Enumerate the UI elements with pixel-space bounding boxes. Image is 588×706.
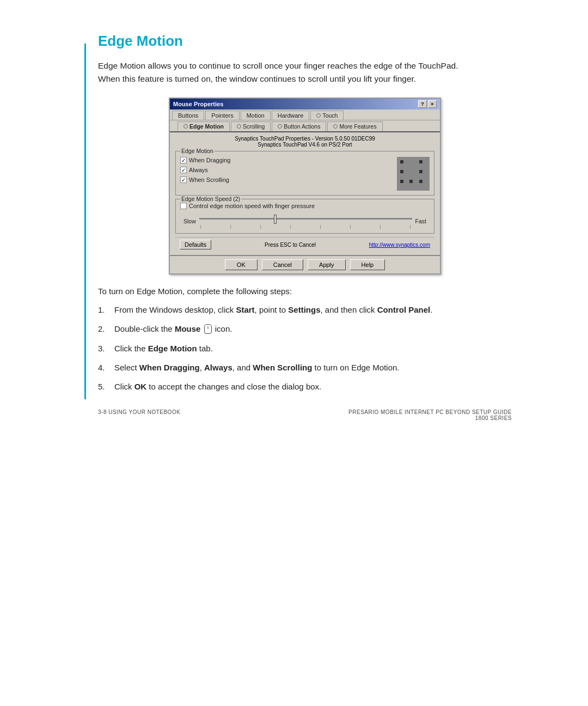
- tab-buttons[interactable]: Buttons: [172, 111, 204, 120]
- when-scrolling-label: When Scrolling: [189, 176, 229, 183]
- touchpad-dot-5: [400, 180, 403, 183]
- always-checkbox[interactable]: [180, 167, 187, 173]
- mouse-properties-dialog: Mouse Properties ? × Buttons Pointers Mo…: [169, 98, 441, 275]
- checkboxes-column: When Dragging Always When Scrolling: [180, 157, 391, 191]
- step-5-num: 5.: [98, 380, 110, 393]
- touchpad-visual: [397, 157, 430, 191]
- tab-motion[interactable]: Motion: [241, 111, 271, 120]
- touch-radio-dot: [316, 113, 321, 118]
- step-4: 4. Select When Dragging, Always, and Whe…: [98, 361, 512, 374]
- page-title: Edge Motion: [98, 33, 512, 50]
- step-4-content: Select When Dragging, Always, and When S…: [114, 361, 512, 374]
- edge-motion-content: When Dragging Always When Scrolling: [180, 157, 430, 191]
- touchpad-dot-4: [419, 170, 422, 173]
- step-5-content: Click OK to accept the changes and close…: [114, 380, 512, 393]
- when-dragging-label: When Dragging: [189, 157, 230, 163]
- when-scrolling-row: When Scrolling: [180, 176, 391, 183]
- dialog-ok-row: OK Cancel Apply Help: [170, 255, 440, 273]
- version-line2: Synaptics TouchPad V4.6 on PS/2 Port: [175, 142, 434, 148]
- synaptics-link[interactable]: http://www.synaptics.com: [369, 242, 430, 248]
- slider-row: Slow | | | | | | | |: [180, 214, 430, 229]
- touchpad-dot-7: [419, 180, 422, 183]
- edge-motion-group: Edge Motion When Dragging Always: [175, 151, 434, 196]
- version-line1: Synaptics TouchPad Properties - Version …: [175, 136, 434, 142]
- dialog-bottom-bar: Defaults Press ESC to Cancel http://www.…: [175, 237, 434, 252]
- touchpad-dot-6: [409, 180, 413, 183]
- touchpad-dot-3: [400, 170, 403, 173]
- scrolling-radio-dot: [237, 124, 241, 129]
- tabs-row1: Buttons Pointers Motion Hardware Touch: [170, 109, 440, 120]
- footer-guide-title: Presario Mobile Internet PC Beyond Setup…: [348, 409, 512, 415]
- step-5: 5. Click OK to accept the changes and cl…: [98, 380, 512, 393]
- close-titlebar-button[interactable]: ×: [428, 100, 437, 108]
- titlebar-buttons: ? ×: [418, 100, 437, 108]
- version-info: Synaptics TouchPad Properties - Version …: [175, 136, 434, 148]
- tabs-row2: Edge Motion Scrolling Button Actions: [170, 120, 440, 132]
- dialog-title: Mouse Properties: [173, 101, 223, 107]
- speed-checkbox-label: Control edge motion speed with finger pr…: [189, 203, 315, 209]
- speed-checkbox[interactable]: [180, 203, 187, 209]
- dialog-wrapper: Mouse Properties ? × Buttons Pointers Mo…: [98, 98, 512, 275]
- tab-pointers[interactable]: Pointers: [205, 111, 239, 120]
- slider-container: | | | | | | | |: [199, 214, 412, 229]
- tab-edge-motion[interactable]: Edge Motion: [177, 121, 230, 131]
- step-3-content: Click the Edge Motion tab.: [114, 342, 512, 355]
- tab-more-features[interactable]: More Features: [327, 121, 382, 131]
- tab-button-actions[interactable]: Button Actions: [272, 121, 326, 131]
- steps-intro: To turn on Edge Motion, complete the fol…: [98, 287, 512, 296]
- step-3: 3. Click the Edge Motion tab.: [98, 342, 512, 355]
- mouse-icon: [204, 324, 212, 334]
- footer-left: 3-8 Using Your Notebook: [98, 409, 180, 421]
- step-1-num: 1.: [98, 303, 110, 316]
- help-button[interactable]: Help: [350, 259, 385, 270]
- dialog-titlebar: Mouse Properties ? ×: [170, 99, 440, 109]
- cancel-button[interactable]: Cancel: [262, 259, 303, 270]
- dialog-body: Synaptics TouchPad Properties - Version …: [170, 132, 440, 255]
- help-titlebar-button[interactable]: ?: [418, 100, 427, 108]
- edge-motion-radio-dot: [183, 124, 188, 129]
- intro-paragraph: Edge Motion allows you to continue to sc…: [98, 59, 479, 86]
- more-features-radio-dot: [333, 124, 338, 129]
- when-dragging-row: When Dragging: [180, 157, 391, 163]
- page-footer: 3-8 Using Your Notebook Presario Mobile …: [0, 409, 588, 421]
- speed-slider[interactable]: [199, 218, 412, 220]
- ok-button[interactable]: OK: [225, 259, 258, 270]
- steps-list: 1. From the Windows desktop, click Start…: [98, 303, 512, 393]
- footer-series: 1800 Series: [348, 415, 512, 421]
- step-1: 1. From the Windows desktop, click Start…: [98, 303, 512, 316]
- speed-checkbox-row: Control edge motion speed with finger pr…: [180, 203, 430, 209]
- edge-motion-group-title: Edge Motion: [180, 148, 215, 154]
- step-3-num: 3.: [98, 342, 110, 355]
- when-dragging-checkbox[interactable]: [180, 157, 187, 163]
- page-container: Edge Motion Edge Motion allows you to co…: [0, 0, 588, 443]
- touchpad-dot-2: [419, 160, 422, 163]
- step-2-content: Double-click the Mouse icon.: [114, 322, 512, 335]
- speed-group-title: Edge Motion Speed (2): [180, 196, 241, 202]
- defaults-button[interactable]: Defaults: [180, 240, 211, 249]
- step-2: 2. Double-click the Mouse icon.: [98, 322, 512, 335]
- slider-ticks: | | | | | | | |: [199, 224, 412, 229]
- button-actions-radio-dot: [278, 124, 282, 129]
- always-label: Always: [189, 167, 208, 173]
- footer-page-ref: 3-8 Using Your Notebook: [98, 409, 180, 415]
- slider-slow-label: Slow: [183, 218, 196, 224]
- when-scrolling-checkbox[interactable]: [180, 176, 187, 183]
- tab-touch[interactable]: Touch: [310, 111, 344, 120]
- step-2-num: 2.: [98, 322, 110, 335]
- step-4-num: 4.: [98, 361, 110, 374]
- touchpad-dot-1: [400, 160, 403, 163]
- tab-scrolling[interactable]: Scrolling: [231, 121, 271, 131]
- footer-right: Presario Mobile Internet PC Beyond Setup…: [348, 409, 512, 421]
- always-row: Always: [180, 167, 391, 173]
- tab-hardware[interactable]: Hardware: [272, 111, 310, 120]
- speed-group: Edge Motion Speed (2) Control edge motio…: [175, 199, 434, 234]
- step-1-content: From the Windows desktop, click Start, p…: [114, 303, 512, 316]
- slider-fast-label: Fast: [415, 218, 426, 224]
- apply-button[interactable]: Apply: [308, 259, 346, 270]
- esc-text: Press ESC to Cancel: [265, 242, 316, 248]
